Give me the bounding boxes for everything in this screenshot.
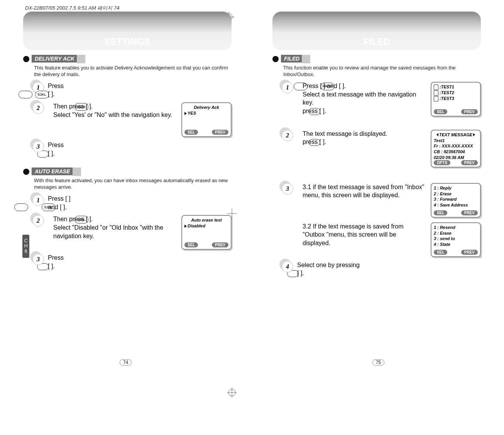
ok-key-icon — [309, 108, 320, 115]
five-key-icon: 5JKL — [74, 216, 88, 223]
ok-key-icon — [309, 139, 320, 146]
phone-screen: Delivery Ack YES SEL PREV — [181, 102, 232, 137]
step-number-icon: 1 — [282, 82, 293, 93]
document-icon — [434, 85, 438, 90]
step-row: 3 3.1 if the text message is saved from … — [282, 183, 481, 218]
step-number-icon: 2 — [282, 130, 293, 141]
tab-decoration-icon — [73, 168, 81, 176]
manual-page-left: SETTINGS DELIVERY ACK This feature enabl… — [23, 12, 232, 377]
step-row: 3 Press [ ]. — [32, 141, 232, 157]
page-header-right: FILED — [272, 12, 481, 50]
manual-page-right: FILED FILED This function enable you to … — [272, 12, 481, 377]
softkey-right: PREV — [461, 160, 478, 165]
softkey-left: SEL — [434, 210, 447, 215]
step-row: 1 Press [ ] and [ ]. 6MNO Select a text … — [282, 82, 481, 117]
step-row: 3.2 If the text message is saved from "O… — [282, 222, 481, 257]
screen-line: 2 : Erase — [434, 191, 478, 197]
step-text: 3.1 if the text message is saved from "I… — [303, 183, 425, 200]
step-text: Select "Yes' or "No" with the navigation… — [53, 111, 176, 119]
step-row: 2 The text message is displayed. press [… — [282, 130, 481, 168]
screen-line: 4 : State — [434, 242, 478, 247]
step-text: 3.2 If the text message is saved from "O… — [303, 222, 425, 247]
step-number-icon: 3 — [32, 141, 44, 152]
registration-mark-icon — [227, 208, 237, 218]
screen-line: TEXT MESSAGE — [439, 132, 472, 137]
softkey-right: PREV — [212, 130, 228, 135]
page-number-right: 75 — [372, 359, 384, 366]
softkey-left: SEL — [434, 250, 447, 255]
right-triangle-icon — [473, 133, 475, 136]
step-number-icon: 3 — [282, 183, 293, 195]
selection-triangle-icon — [184, 112, 187, 115]
screen-line: Test1 — [434, 138, 478, 144]
section-desc: This function enable you to review and m… — [283, 65, 481, 78]
phone-screen: 1 : Resend 2 : Erase 3 : send to 4 : Sta… — [431, 222, 481, 257]
step-number-icon: 3 — [32, 254, 44, 265]
bullet-icon — [23, 56, 29, 62]
screen-line: 1 : Reply — [434, 185, 478, 191]
menu-key-icon — [294, 83, 308, 90]
step-text: Select a text message with the navigatio… — [303, 90, 425, 107]
section-heading: AUTO ERASE — [32, 168, 77, 175]
six-key-icon: 6MNO — [321, 83, 335, 90]
softkey-right: PREV — [212, 242, 228, 247]
step-text: Select "Disabled "or "Old Inbox "with th… — [53, 223, 176, 240]
step-row: 2 Then press [ ]. 4GHI Select "Yes' or "… — [32, 102, 232, 137]
page-title: FILED — [272, 36, 481, 47]
tab-decoration-icon — [77, 55, 85, 63]
screen-line: :TEST2 — [440, 90, 454, 95]
screen-line: CB : 923567004 — [434, 149, 478, 155]
softkey-left: OPTS — [434, 160, 450, 165]
bullet-icon — [272, 56, 279, 62]
tab-decoration-icon — [302, 55, 310, 63]
document-icon — [434, 96, 438, 102]
softkey-right: PREV — [461, 210, 478, 215]
screen-line: Disabled — [188, 223, 205, 228]
document-icon — [434, 90, 438, 96]
step-text: The text message is displayed. — [303, 130, 425, 138]
screen-line: 1 : Resend — [434, 225, 478, 230]
step-text: Press [ ]. — [48, 142, 64, 157]
screen-line: :TEST3 — [440, 96, 454, 101]
page-header-left: SETTINGS — [23, 12, 232, 50]
step-row: 2 Then press [ ]. 5JKL Select "Disabled … — [32, 215, 232, 250]
section-head-autoerase: AUTO ERASE — [23, 168, 232, 176]
menu-key-icon — [14, 203, 28, 211]
page-number-left: 74 — [120, 359, 132, 366]
screen-title: Delivery Ack — [184, 105, 228, 110]
step-text: Press [ ]. — [48, 83, 64, 98]
section-desc: This feature enables you to activate Del… — [34, 65, 232, 78]
menu-key-icon — [19, 91, 32, 98]
section-desc: With this feature activated, you can hav… — [34, 178, 232, 191]
section-head-filed: FILED — [272, 55, 481, 63]
softkey-left: SEL — [184, 130, 198, 135]
section-head-delivery: DELIVERY ACK — [23, 55, 232, 63]
header-stamp: DX-22B07/05 2002.7.5 9:51 AM 페이지 74 — [25, 5, 120, 12]
section-heading: DELIVERY ACK — [32, 55, 81, 63]
screen-line: 02/20 09:36 AM — [434, 155, 478, 161]
phone-screen: Auto erase text Disabled SEL PREV — [181, 215, 232, 250]
screen-line: :TEST1 — [440, 85, 454, 89]
step-number-icon: 2 — [32, 215, 44, 227]
step-number-icon: 2 — [32, 102, 44, 114]
screen-line: 4 : Save Address — [434, 202, 478, 208]
step-row: 4 Select one by pressing [ ]. — [282, 261, 481, 278]
screen-line: 2 : Erase — [434, 230, 478, 236]
softkey-right: PREV — [461, 250, 478, 255]
phone-screen: 1 : Reply 2 : Erase 3 : Forward 4 : Save… — [431, 183, 481, 218]
step-text: Press [ ]. — [48, 254, 64, 269]
step-row: 3 Press [ ]. — [32, 254, 232, 270]
softkey-left: SEL — [434, 109, 447, 114]
softkey-right: PREV — [461, 109, 478, 114]
screen-title: Auto erase text — [184, 217, 228, 223]
step-row: 1 Press [ ] and [ ]. 5JKL — [32, 195, 232, 211]
screen-line: 3 : Forward — [434, 196, 478, 202]
step-row: 1 Press [ ]. 5JKL — [32, 82, 232, 98]
screen-line: YES — [188, 111, 196, 115]
four-key-icon: 4GHI — [74, 103, 88, 111]
five-key-icon: 5JKL — [42, 203, 56, 211]
phone-screen: TEXT MESSAGE Test1 Fr : XXX-XXX-XXXX CB … — [431, 130, 481, 168]
screen-line: Fr : XXX-XXX-XXXX — [434, 143, 478, 149]
bullet-icon — [23, 169, 29, 175]
page-title: SETTINGS — [23, 36, 232, 47]
